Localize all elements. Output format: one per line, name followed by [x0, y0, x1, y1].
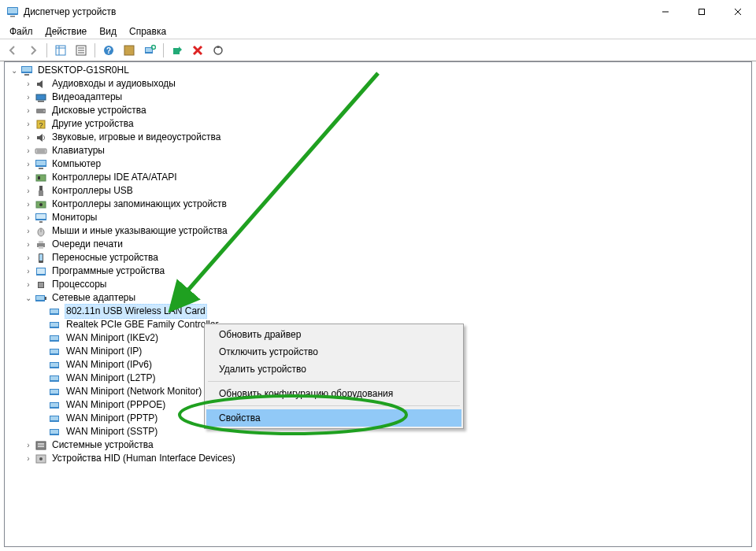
- root-node[interactable]: ⌄ DESKTOP-G1SR0HL: [5, 64, 751, 77]
- category-node[interactable]: ›Системные устройства: [5, 438, 751, 452]
- computer-icon: [35, 158, 47, 171]
- context-menu: Обновить драйвер Отключить устройство Уд…: [204, 324, 464, 429]
- menu-view[interactable]: Вид: [93, 24, 123, 39]
- network-adapter-icon: [49, 426, 61, 438]
- scan-hardware-button[interactable]: [140, 42, 159, 59]
- category-node[interactable]: ›Мониторы: [5, 211, 751, 224]
- expand-icon[interactable]: ›: [22, 239, 35, 251]
- svg-rect-38: [39, 168, 43, 169]
- usb-icon: [35, 185, 47, 198]
- expand-icon[interactable]: ›: [22, 172, 35, 184]
- svg-rect-27: [36, 94, 46, 100]
- category-node[interactable]: ›Переносные устройства: [5, 251, 751, 264]
- category-label: Видеоадаптеры: [50, 91, 124, 104]
- forward-button[interactable]: [24, 42, 43, 59]
- update-driver-button[interactable]: [209, 42, 228, 59]
- category-label: Контроллеры USB: [50, 184, 135, 198]
- svg-rect-28: [38, 101, 44, 102]
- menu-file[interactable]: Файл: [3, 24, 39, 39]
- window-title: Диспетчер устройств: [24, 6, 647, 17]
- category-node[interactable]: ›Звуковые, игровые и видеоустройства: [5, 131, 751, 144]
- category-node[interactable]: ›?Другие устройства: [5, 117, 751, 131]
- category-node[interactable]: ›Аудиовходы и аудиовыходы: [5, 77, 751, 91]
- expand-icon[interactable]: ›: [22, 439, 35, 452]
- menu-help[interactable]: Справка: [123, 24, 172, 39]
- back-button[interactable]: [3, 42, 22, 59]
- ctx-uninstall-device[interactable]: Удалить устройство: [206, 361, 461, 378]
- category-node[interactable]: ›Мыши и иные указывающие устройства: [5, 224, 751, 238]
- category-label: Клавиатуры: [50, 144, 106, 157]
- action-button[interactable]: [120, 42, 139, 59]
- toolbar-separator: [46, 43, 47, 57]
- svg-rect-54: [39, 254, 43, 261]
- expand-icon[interactable]: ›: [22, 252, 35, 264]
- category-node[interactable]: ›Очереди печати: [5, 238, 751, 251]
- expand-icon[interactable]: ›: [22, 185, 35, 198]
- ctx-update-driver[interactable]: Обновить драйвер: [206, 326, 461, 343]
- category-node[interactable]: ›Устройства HID (Human Interface Devices…: [5, 452, 751, 465]
- svg-rect-16: [124, 46, 134, 55]
- show-hide-tree-button[interactable]: [51, 42, 70, 59]
- expand-icon[interactable]: ›: [22, 453, 35, 465]
- minimize-button[interactable]: [647, 0, 684, 24]
- category-node[interactable]: ›Программные устройства: [5, 264, 751, 278]
- expand-icon[interactable]: ›: [22, 78, 35, 91]
- category-network-adapters[interactable]: ⌄Сетевые адаптеры: [5, 291, 751, 305]
- ctx-properties[interactable]: Свойства: [206, 409, 461, 427]
- svg-rect-51: [39, 241, 43, 243]
- device-wireless-lan-card[interactable]: 802.11n USB Wireless LAN Card: [5, 305, 751, 318]
- close-button[interactable]: [720, 0, 756, 24]
- category-label: Переносные устройства: [50, 251, 160, 264]
- expand-icon[interactable]: ›: [22, 225, 35, 238]
- svg-rect-1: [8, 8, 17, 13]
- portable-device-icon: [35, 252, 47, 264]
- collapse-icon[interactable]: ⌄: [22, 292, 35, 305]
- svg-rect-58: [39, 283, 43, 287]
- expand-icon[interactable]: ›: [22, 158, 35, 171]
- device-label: WAN Miniport (IP): [65, 345, 143, 358]
- enable-button[interactable]: [168, 42, 187, 59]
- help-button[interactable]: ?: [99, 42, 118, 59]
- hid-icon: [35, 453, 47, 465]
- category-node[interactable]: ›Контроллеры IDE ATA/ATAPI: [5, 171, 751, 184]
- device-label: 802.11n USB Wireless LAN Card: [65, 304, 207, 319]
- category-label: Мониторы: [50, 211, 98, 224]
- collapse-icon[interactable]: ⌄: [8, 65, 20, 77]
- category-node[interactable]: ›Клавиатуры: [5, 144, 751, 157]
- category-label: Дисковые устройства: [50, 104, 148, 117]
- menu-action[interactable]: Действие: [39, 24, 94, 39]
- properties-button[interactable]: [72, 42, 91, 59]
- expand-icon[interactable]: ›: [22, 131, 35, 144]
- svg-rect-25: [22, 67, 32, 72]
- expand-icon[interactable]: ›: [22, 212, 35, 224]
- disk-icon: [35, 105, 47, 117]
- category-node[interactable]: ›Контроллеры запоминающих устройств: [5, 198, 751, 211]
- svg-rect-71: [50, 363, 58, 367]
- category-node[interactable]: ›Компьютер: [5, 157, 751, 171]
- expand-icon[interactable]: ›: [22, 91, 35, 104]
- expand-icon[interactable]: ›: [22, 198, 35, 211]
- category-node[interactable]: ›Контроллеры USB: [5, 184, 751, 198]
- expand-icon[interactable]: ›: [22, 265, 35, 278]
- category-label: Системные устройства: [50, 438, 155, 452]
- category-label: Звуковые, игровые и видеоустройства: [50, 131, 222, 144]
- category-node[interactable]: ›Процессоры: [5, 278, 751, 291]
- expand-icon[interactable]: ›: [22, 279, 35, 291]
- expand-icon[interactable]: ›: [22, 118, 35, 131]
- uninstall-button[interactable]: [188, 42, 207, 59]
- svg-rect-20: [173, 48, 180, 54]
- svg-rect-26: [24, 74, 29, 76]
- expand-icon[interactable]: ›: [22, 145, 35, 157]
- window-buttons: [647, 0, 756, 24]
- device-label: WAN Miniport (PPTP): [65, 412, 159, 425]
- category-node[interactable]: ›Дисковые устройства: [5, 104, 751, 117]
- software-device-icon: [35, 265, 47, 278]
- toolbar-separator: [163, 43, 164, 57]
- maximize-button[interactable]: [684, 0, 720, 24]
- ctx-scan-hardware[interactable]: Обновить конфигурацию оборудования: [206, 385, 461, 402]
- ctx-disable-device[interactable]: Отключить устройство: [206, 343, 461, 361]
- category-node[interactable]: ›Видеоадаптеры: [5, 91, 751, 104]
- expand-icon[interactable]: ›: [22, 105, 35, 117]
- svg-point-86: [39, 457, 43, 460]
- monitor-icon: [35, 212, 47, 224]
